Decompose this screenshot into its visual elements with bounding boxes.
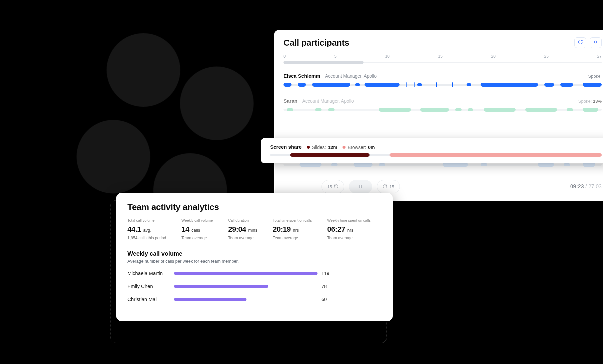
- rewind-15-button[interactable]: 15: [322, 180, 344, 193]
- axis-tick: 20: [491, 54, 496, 59]
- legend-dot-icon: [307, 146, 310, 149]
- rewind-icon: [334, 184, 339, 190]
- decorative-circle: [107, 33, 180, 107]
- participant-row: Saran Account Manager, Apollo Spoke: 13%: [274, 93, 603, 118]
- decorative-circle: [180, 67, 253, 140]
- axis-tick: 5: [334, 54, 337, 59]
- collapse-button[interactable]: [590, 37, 602, 48]
- participant-timeline[interactable]: [283, 82, 602, 87]
- team-activity-card: Team activity analytics Total call volum…: [116, 193, 393, 321]
- legend-dot-icon: [343, 146, 346, 149]
- slides-legend: Slides: 12m: [307, 145, 337, 150]
- call-participants-title: Call participants: [283, 38, 349, 48]
- svg-rect-1: [361, 185, 362, 188]
- metric-weekly-time: Weekly time spent on calls 06:27 hrs Tea…: [327, 218, 371, 240]
- axis-tick: 25: [544, 54, 549, 59]
- timeline-axis: 0 5 10 15 20 25 27: [274, 54, 603, 68]
- refresh-button[interactable]: [574, 37, 586, 48]
- participant-role: Account Manager, Apollo: [325, 73, 377, 79]
- bar-row: Christian Mal60: [127, 296, 382, 302]
- svg-rect-0: [360, 185, 360, 188]
- bar-row: Michaela Martin119: [127, 270, 382, 276]
- bar-name: Michaela Martin: [127, 270, 174, 276]
- call-participants-card: Call participants 0 5 10 15 20 25 27: [274, 30, 603, 201]
- weekly-call-volume-title: Weekly call volume: [127, 250, 382, 257]
- axis-tick: 27: [597, 54, 602, 59]
- scrollbar-handle[interactable]: [283, 61, 364, 64]
- bar-value: 119: [322, 271, 329, 276]
- refresh-icon: [578, 39, 583, 46]
- axis-tick: 10: [385, 54, 390, 59]
- metric-total-call-volume: Total call volume 44.1 avg. 1,854 calls …: [127, 218, 166, 240]
- screen-share-row: Screen share Slides: 12m Browser: 0m: [261, 138, 603, 163]
- team-activity-title: Team activity analytics: [127, 202, 382, 212]
- bar-name: Emily Chen: [127, 283, 174, 289]
- bar-fill: [174, 298, 246, 301]
- metric-weekly-call-volume: Weekly call volume 14 calls Team average: [181, 218, 213, 240]
- spoke-label: Spoke: 13%: [578, 99, 602, 104]
- browser-bar: [390, 153, 602, 157]
- participant-row: Elsca Schlemm Account Manager, Apollo Sp…: [274, 68, 603, 93]
- bar-name: Christian Mal: [127, 296, 174, 302]
- metric-total-time: Total time spent on calls 20:19 hrs Team…: [273, 218, 312, 240]
- participant-role: Account Manager, Apollo: [302, 98, 354, 104]
- forward-15-button[interactable]: 15: [377, 180, 400, 193]
- weekly-call-volume-chart: Michaela Martin119Emily Chen78Christian …: [127, 270, 382, 302]
- slides-bar: [290, 153, 370, 157]
- play-pause-button[interactable]: [349, 180, 372, 193]
- axis-tick: 15: [438, 54, 443, 59]
- metric-call-duration: Call duration 29:04 mins Team average: [228, 218, 257, 240]
- bar-track: [174, 298, 318, 301]
- timeline-scrollbar[interactable]: [283, 61, 602, 64]
- bar-value: 60: [322, 297, 327, 302]
- bar-row: Emily Chen78: [127, 283, 382, 289]
- decorative-circle: [77, 120, 150, 193]
- participant-timeline[interactable]: [283, 107, 602, 112]
- bar-fill: [174, 272, 318, 275]
- metrics-row: Total call volume 44.1 avg. 1,854 calls …: [127, 218, 382, 240]
- participant-name: Saran: [283, 98, 297, 104]
- bar-value: 78: [322, 284, 327, 289]
- pause-icon: [358, 184, 363, 190]
- axis-tick: 0: [283, 54, 286, 59]
- skip-back-icon: [593, 39, 598, 46]
- bar-track: [174, 272, 318, 275]
- bar-fill: [174, 285, 268, 288]
- participant-name: Elsca Schlemm: [283, 73, 320, 79]
- screen-share-timeline[interactable]: [270, 153, 602, 157]
- forward-icon: [383, 184, 387, 190]
- playback-time: 09:23 / 27:03: [570, 184, 602, 190]
- browser-legend: Browser: 0m: [343, 145, 375, 150]
- bar-track: [174, 285, 318, 288]
- weekly-call-volume-subtitle: Average number of calls per week for eac…: [127, 259, 382, 264]
- screen-share-title: Screen share: [270, 144, 302, 150]
- spoke-label: Spoke:: [588, 74, 602, 79]
